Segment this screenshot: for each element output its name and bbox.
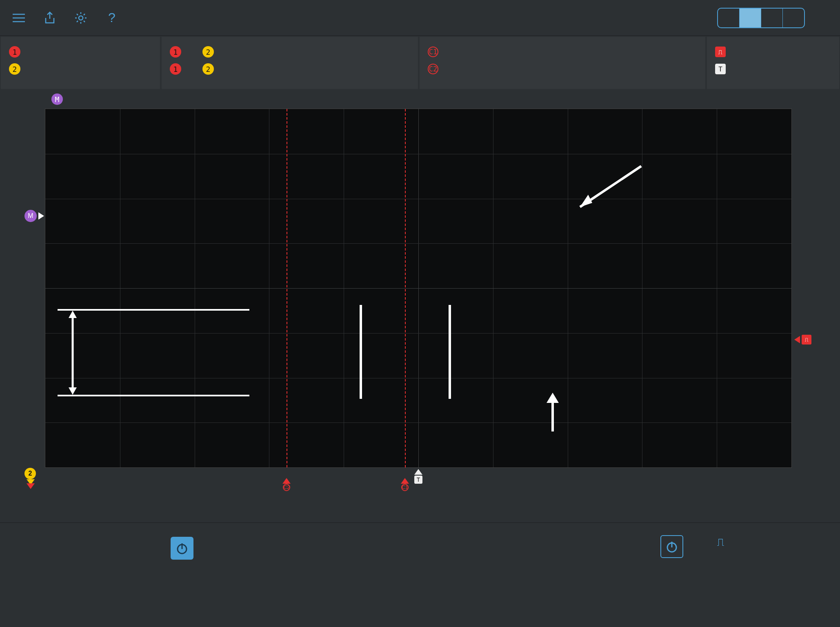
- trigger-time-icon: T: [715, 64, 726, 74]
- cursors-panel[interactable]: C1 C2: [420, 37, 705, 89]
- annotation-rise-left: [360, 305, 362, 399]
- function-gen-panel[interactable]: ⎍: [651, 522, 840, 604]
- trigger-edge-icon: ⎍: [715, 47, 726, 57]
- trigger-panel[interactable]: ⎍ T: [707, 37, 839, 89]
- ch2-badge: 2: [9, 63, 20, 75]
- mode-single[interactable]: [761, 9, 783, 27]
- math-zero-marker[interactable]: M: [24, 210, 44, 222]
- annotation-rise-right: [449, 305, 451, 399]
- acquisition-mode-group: [717, 8, 805, 28]
- mode-auto[interactable]: [718, 9, 740, 27]
- annotation-bot-line: [58, 395, 249, 396]
- brightness-icon[interactable]: [73, 11, 88, 25]
- trigger-time-marker[interactable]: T: [414, 469, 422, 484]
- fg-power-icon[interactable]: [660, 535, 683, 558]
- cursor-c2-line[interactable]: [287, 109, 287, 467]
- ch2-zero-marker[interactable]: 2: [24, 468, 37, 489]
- dmm-panel[interactable]: [0, 522, 161, 604]
- share-icon[interactable]: [42, 11, 57, 25]
- math-badge: M: [51, 93, 63, 105]
- ps-power-icon[interactable]: [171, 537, 193, 560]
- meas-ch2-badge-2: 2: [202, 63, 214, 75]
- measurements-panel[interactable]: 1 2 1 2: [162, 37, 418, 89]
- mode-stop[interactable]: [783, 9, 804, 27]
- power-supply-panel[interactable]: [161, 522, 651, 604]
- square-wave-icon: ⎍: [717, 535, 724, 549]
- cursor-c1-marker[interactable]: C1: [401, 478, 409, 484]
- svg-point-0: [79, 16, 83, 20]
- scope-display[interactable]: M document.write((function(){ let s=''; …: [0, 90, 840, 522]
- meas-ch2-badge: 2: [202, 46, 214, 58]
- annotation-top-line: [58, 309, 249, 311]
- meas-ch1-badge-2: 1: [170, 63, 181, 75]
- meas-ch1-badge: 1: [170, 46, 181, 58]
- menu-icon[interactable]: [11, 11, 26, 25]
- cursor-c2-marker[interactable]: C2: [282, 478, 291, 484]
- cursor-c1-line[interactable]: [405, 109, 406, 467]
- trigger-level-marker[interactable]: ⎍: [794, 335, 811, 345]
- help-icon[interactable]: ?: [104, 11, 119, 25]
- ch1-badge: 1: [9, 46, 20, 58]
- waveform-grid[interactable]: document.write((function(){ let s=''; fo…: [45, 109, 792, 468]
- cursor2-badge: C2: [428, 64, 438, 74]
- mode-normal[interactable]: [740, 9, 761, 27]
- toolbar: ?: [0, 0, 840, 36]
- arrow-after-filter: [568, 162, 649, 215]
- annotation-amplitude-arrow: [67, 311, 79, 395]
- cursor1-badge: C1: [428, 47, 438, 57]
- channels-panel[interactable]: 1 2: [1, 37, 160, 89]
- arrow-normal-output: [542, 391, 563, 436]
